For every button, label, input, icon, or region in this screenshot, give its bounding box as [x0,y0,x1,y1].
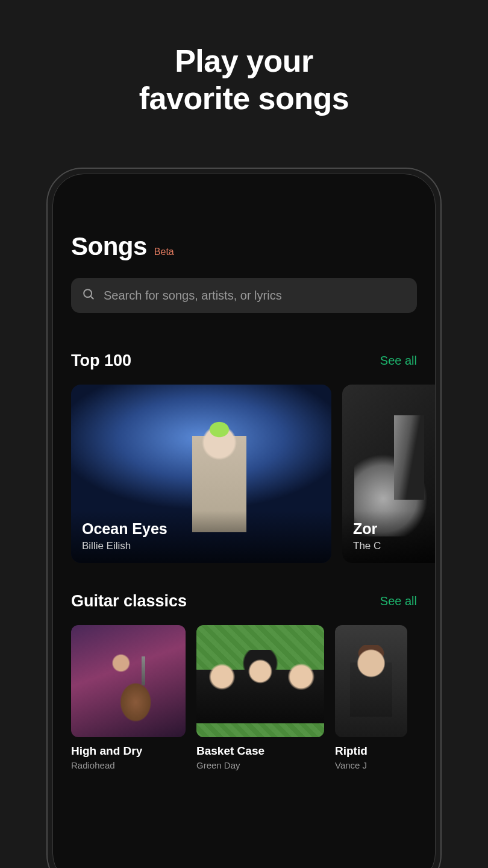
song-title: High and Dry [71,744,186,758]
song-title: Riptid [335,744,407,758]
guitar-carousel[interactable]: High and Dry Radiohead Basket Case Green… [71,625,417,770]
see-all-link[interactable]: See all [380,354,417,368]
song-artist: Green Day [196,760,324,770]
beta-badge: Beta [154,247,174,257]
section-title: Guitar classics [71,592,187,611]
hero-line-1: Play your [24,42,464,80]
search-icon [82,288,95,303]
see-all-link[interactable]: See all [380,594,417,608]
phone-screen: Songs Beta Search for songs, artists, or… [52,174,436,868]
song-artist: Vance J [335,760,407,770]
song-title: Ocean Eyes [82,520,321,538]
song-artwork [71,625,186,737]
search-placeholder: Search for songs, artists, or lyrics [104,289,282,303]
song-artist: The C [353,540,436,552]
top100-carousel[interactable]: Ocean Eyes Billie Eilish Zor The C [71,385,417,563]
svg-point-0 [84,289,92,297]
song-artist: Radiohead [71,760,186,770]
section-title: Top 100 [71,351,131,370]
song-card-riptide[interactable]: Riptid Vance J [335,625,407,770]
section-header-guitar: Guitar classics See all [71,592,417,611]
hero-title: Play your favorite songs [0,0,488,148]
song-card-ocean-eyes[interactable]: Ocean Eyes Billie Eilish [71,385,331,563]
song-title: Basket Case [196,744,324,758]
search-input[interactable]: Search for songs, artists, or lyrics [71,278,417,313]
song-artwork [335,625,407,737]
song-artwork [196,625,324,737]
screen-header: Songs Beta [71,232,417,261]
phone-frame: Songs Beta Search for songs, artists, or… [46,168,442,868]
song-card-basket-case[interactable]: Basket Case Green Day [196,625,324,770]
card-overlay: Ocean Eyes Billie Eilish [71,511,331,563]
hero-line-2: favorite songs [24,80,464,117]
card-overlay: Zor The C [342,511,436,563]
page-title: Songs [71,232,147,261]
section-header-top100: Top 100 See all [71,351,417,370]
song-artist: Billie Eilish [82,540,321,552]
song-card-high-and-dry[interactable]: High and Dry Radiohead [71,625,186,770]
svg-line-1 [91,297,94,300]
song-card-partial[interactable]: Zor The C [342,385,436,563]
song-title: Zor [353,520,436,538]
